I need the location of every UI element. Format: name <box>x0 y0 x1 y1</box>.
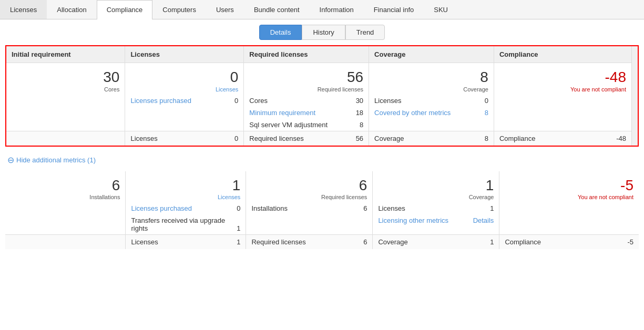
initial-big-label: Cores <box>12 86 119 92</box>
second-summary-compliance: Compliance -5 <box>499 235 639 250</box>
detail-cov-label-2: Covered by other metrics <box>374 109 451 117</box>
detail-req-label-2: Minimum requirement <box>249 109 315 117</box>
second-summary-initial <box>5 235 126 250</box>
second-detail-license-label-1: Licenses purchased <box>131 204 192 212</box>
second-coverage-big-number: 1 <box>378 177 494 194</box>
detail-initial-1 <box>6 95 125 107</box>
second-detail-required-2 <box>246 214 373 235</box>
required-big-number: 56 <box>249 68 363 86</box>
second-detail-req-label-1: Installations <box>251 204 288 212</box>
detail-compliance-2 <box>494 107 631 119</box>
header-coverage: Coverage <box>369 46 494 63</box>
detail-row-3: Sql server VM adjustment 8 <box>6 119 631 131</box>
covered-by-metrics-link[interactable]: 8 <box>485 109 488 117</box>
coverage-cell: 8 Coverage <box>369 63 494 95</box>
tab-licenses[interactable]: Licenses <box>0 0 47 19</box>
tab-compliance[interactable]: Compliance <box>97 0 153 19</box>
second-required-big-label: Required licenses <box>251 194 367 200</box>
second-summary-row: Licenses 1 Required licenses 6 Coverage … <box>5 235 639 250</box>
detail-required-2: Minimum requirement 18 <box>244 107 369 119</box>
second-required-cell: 6 Required licenses <box>246 171 373 203</box>
second-summary-licenses: Licenses 1 <box>126 235 246 250</box>
second-compliance-cell: -5 You are not compliant <box>499 171 639 203</box>
sub-tab-details[interactable]: Details <box>259 25 302 40</box>
main-compliance-section: Initial requirement Licenses Required li… <box>5 45 639 147</box>
licenses-cell: 0 Licenses <box>125 63 244 95</box>
summary-initial <box>6 131 125 146</box>
summary-cov-value: 8 <box>485 135 488 142</box>
second-detail-initial-1 <box>5 202 126 214</box>
summary-compliance: Compliance -48 <box>494 131 631 146</box>
summary-licenses: Licenses 0 <box>125 131 244 146</box>
second-summary-license-value: 1 <box>237 238 240 246</box>
main-compliance-table: Initial requirement Licenses Required li… <box>6 46 631 146</box>
detail-licenses-1: Licenses purchased 0 <box>125 95 244 107</box>
second-required-big-number: 6 <box>251 177 367 194</box>
second-summary-req-value: 6 <box>363 238 367 246</box>
compliance-big-label: You are not compliant <box>499 86 626 92</box>
second-detail-license-value-1: 0 <box>237 204 240 212</box>
header-initial-requirement: Initial requirement <box>6 46 125 63</box>
header-licenses: Licenses <box>125 46 244 63</box>
coverage-big-label: Coverage <box>374 86 488 92</box>
tab-sku[interactable]: SKU <box>424 0 458 19</box>
detail-req-value-1: 30 <box>356 97 363 105</box>
second-detail-cov-value-1: 1 <box>490 204 494 212</box>
top-tab-bar: Licenses Allocation Compliance Computers… <box>0 0 644 19</box>
detail-licenses-2 <box>125 107 244 119</box>
scrollbar-stub[interactable] <box>631 46 638 146</box>
second-detail-initial-2 <box>5 214 126 235</box>
hide-additional-metrics[interactable]: ⊖ Hide additional metrics (1) <box>5 151 639 169</box>
second-detail-licenses-1: Licenses purchased 0 <box>126 202 246 214</box>
second-summary-license-label: Licenses <box>131 238 158 246</box>
hide-metrics-label: Hide additional metrics (1) <box>16 156 96 164</box>
detail-coverage-3 <box>369 119 494 131</box>
summary-cov-label: Coverage <box>374 135 404 142</box>
second-compliance-section: 6 Installations 1 Licenses 6 Required li… <box>5 171 639 250</box>
second-coverage-big-label: Coverage <box>378 194 494 200</box>
licensing-other-metrics-link[interactable]: Details <box>473 216 494 224</box>
second-summary-cov-value: 1 <box>490 238 494 246</box>
detail-required-1: Cores 30 <box>244 95 369 107</box>
summary-comp-value: -48 <box>616 135 626 142</box>
main-table-wrapper: Initial requirement Licenses Required li… <box>6 46 638 146</box>
licenses-big-label: Licenses <box>130 86 238 92</box>
detail-coverage-2: Covered by other metrics 8 <box>369 107 494 119</box>
summary-coverage: Coverage 8 <box>369 131 494 146</box>
compliance-big-number: -48 <box>499 68 626 86</box>
sub-tab-history[interactable]: History <box>302 25 345 40</box>
summary-required: Required licenses 56 <box>244 131 369 146</box>
summary-row: Licenses 0 Required licenses 56 Coverage… <box>6 131 631 146</box>
summary-req-value: 56 <box>356 135 363 142</box>
second-initial-cell: 6 Installations <box>5 171 126 203</box>
detail-row-1: Licenses purchased 0 Cores 30 Licenses 0 <box>6 95 631 107</box>
tab-computers[interactable]: Computers <box>152 0 206 19</box>
minus-circle-icon: ⊖ <box>7 155 14 165</box>
second-initial-big-label: Installations <box>11 194 120 200</box>
second-detail-required-1: Installations 6 <box>246 202 373 214</box>
second-detail-license-label-2: Transfers received via upgrade rights <box>131 216 225 232</box>
summary-license-value: 0 <box>234 135 238 142</box>
tab-allocation[interactable]: Allocation <box>47 0 96 19</box>
header-compliance: Compliance <box>494 46 631 63</box>
tab-financial-info[interactable]: Financial info <box>364 0 424 19</box>
detail-required-3: Sql server VM adjustment 8 <box>244 119 369 131</box>
header-required-licenses: Required licenses <box>244 46 369 63</box>
detail-compliance-1 <box>494 95 631 107</box>
detail-req-label-3: Sql server VM adjustment <box>249 121 328 129</box>
licenses-big-number: 0 <box>130 68 238 86</box>
initial-big-number: 30 <box>12 68 119 86</box>
second-detail-req-value-1: 6 <box>363 204 367 212</box>
tab-bundle-content[interactable]: Bundle content <box>244 0 310 19</box>
sub-tab-bar: Details History Trend <box>0 19 644 45</box>
tab-information[interactable]: Information <box>310 0 364 19</box>
summary-comp-label: Compliance <box>499 135 536 142</box>
tab-users[interactable]: Users <box>206 0 244 19</box>
summary-license-label: Licenses <box>130 135 157 142</box>
required-big-label: Required licenses <box>249 86 363 92</box>
second-summary-comp-label: Compliance <box>505 238 541 246</box>
sub-tab-trend[interactable]: Trend <box>345 25 385 40</box>
coverage-big-number: 8 <box>374 68 488 86</box>
second-summary-coverage: Coverage 1 <box>373 235 499 250</box>
second-detail-licenses-2: Transfers received via upgrade rights 1 <box>126 214 246 235</box>
